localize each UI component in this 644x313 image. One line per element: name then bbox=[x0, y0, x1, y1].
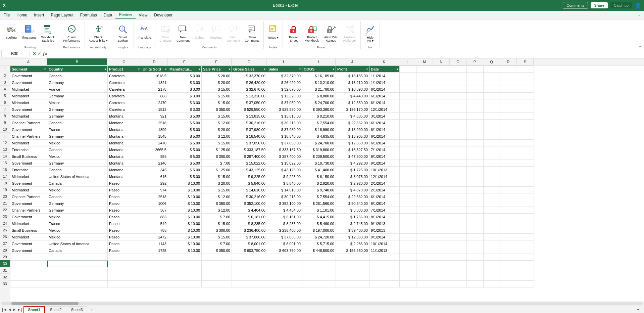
cells-area[interactable]: Segment ▼ Country ▼ Product ▼ Units Sold… bbox=[10, 65, 644, 301]
row-header-29[interactable]: 29 bbox=[0, 254, 10, 260]
row-header-26[interactable]: 26 bbox=[0, 233, 10, 240]
row-header-14[interactable]: 14 bbox=[0, 153, 10, 160]
sheet-nav-first-icon[interactable]: |◄ bbox=[2, 307, 7, 312]
horizontal-scrollbar-track[interactable] bbox=[1, 302, 643, 305]
header-date[interactable]: Date ▼ bbox=[369, 66, 400, 73]
row-header-23[interactable]: 23 bbox=[0, 213, 10, 220]
row-header-1[interactable]: 1 bbox=[0, 65, 10, 72]
spelling-button[interactable]: abc Spelling bbox=[3, 21, 19, 45]
comments-button[interactable]: Comments bbox=[563, 2, 588, 9]
col-header-j[interactable]: J bbox=[336, 58, 369, 65]
col-header-h[interactable]: H bbox=[267, 58, 302, 65]
table-row-empty[interactable] bbox=[10, 274, 534, 281]
table-row[interactable]: MidmarketMexicoCarretera 2470$ 3.00$ 15.… bbox=[10, 99, 534, 106]
cell-j2[interactable]: $ 16,185.00 bbox=[336, 73, 369, 79]
table-row-empty[interactable] bbox=[10, 267, 534, 274]
sheet-nav-prev-icon[interactable]: ◄ bbox=[8, 307, 12, 312]
notes-button[interactable]: Notes ▾ bbox=[266, 21, 281, 45]
cell-d2[interactable]: 1618.5 bbox=[141, 73, 168, 79]
header-cogs[interactable]: COGS ▼ bbox=[302, 66, 336, 73]
sheet-tab-sheet1[interactable]: Sheet1 bbox=[23, 306, 45, 313]
cell-d3[interactable]: 1321 bbox=[141, 79, 168, 86]
allow-edit-ranges-button[interactable]: Allow EditRanges bbox=[321, 21, 340, 45]
col-header-c[interactable]: C bbox=[107, 58, 141, 65]
ribbon-collapse-icon[interactable]: ⌄ bbox=[637, 43, 643, 49]
menu-view[interactable]: View bbox=[136, 11, 151, 19]
col-header-r[interactable]: R bbox=[500, 58, 517, 65]
cell-h2[interactable]: $ 32,370.00 bbox=[267, 73, 302, 79]
row-header-5[interactable]: 5 bbox=[0, 92, 10, 99]
row-header-6[interactable]: 6 bbox=[0, 99, 10, 106]
cell-a2[interactable]: Government bbox=[10, 73, 47, 79]
row-header-13[interactable]: 13 bbox=[0, 146, 10, 153]
cell-g3[interactable]: $ 26,420.00 bbox=[232, 79, 267, 86]
table-row[interactable]: GovernmentUnited States of AmericaPaseo … bbox=[10, 240, 534, 247]
row-header-8[interactable]: 8 bbox=[0, 113, 10, 119]
table-row[interactable]: EnterpriseCanadaMontana 345$ 5.00$ 125.0… bbox=[10, 167, 534, 173]
cell-l2[interactable] bbox=[400, 73, 416, 79]
menu-data[interactable]: Data bbox=[100, 11, 115, 19]
row-header-22[interactable]: 22 bbox=[0, 207, 10, 213]
table-row[interactable]: Channel PartnersGermanyMontana 1545$ 5.0… bbox=[10, 133, 534, 140]
row-header-12[interactable]: 12 bbox=[0, 139, 10, 146]
col-header-m[interactable]: M bbox=[416, 58, 433, 65]
table-row[interactable]: GovernmentCanadaPaseo 292$ 10.00$ 20.00 … bbox=[10, 180, 534, 187]
row-header-17[interactable]: 17 bbox=[0, 173, 10, 180]
workbook-statistics-button[interactable]: Σ WorkbookStatistics bbox=[39, 21, 57, 45]
table-row[interactable]: MidmarketGermanyMontana 921$ 5.00$ 15.00… bbox=[10, 113, 534, 120]
catch-up-button[interactable]: Catch up bbox=[610, 2, 632, 8]
row-header-31[interactable]: 31 bbox=[0, 267, 10, 274]
col-header-l[interactable]: L bbox=[399, 58, 416, 65]
row-header-4[interactable]: 4 bbox=[0, 86, 10, 92]
new-comment-button[interactable]: + NewComment bbox=[174, 21, 192, 45]
show-comments-button[interactable]: ShowComments bbox=[243, 21, 261, 45]
sheet-nav-left[interactable]: |◄ ◄ ► ►| bbox=[1, 307, 23, 312]
table-row[interactable]: MidmarketUnited States of AmericaMontana… bbox=[10, 173, 534, 180]
insert-function-icon[interactable]: ƒx bbox=[43, 51, 47, 56]
header-manufacture[interactable]: Manufactur... ▼ bbox=[168, 66, 202, 73]
table-row[interactable]: Channel PartnersCanadaPaseo 2518$ 10.00$… bbox=[10, 193, 534, 200]
row-header-24[interactable]: 24 bbox=[0, 220, 10, 227]
table-row[interactable]: Government Germany Carretera 1321 $ 3.00… bbox=[10, 79, 534, 86]
sheet-nav-next-icon[interactable]: ► bbox=[12, 307, 16, 312]
row-header-11[interactable]: 11 bbox=[0, 133, 10, 139]
header-gross-sales[interactable]: Gross Sales ▼ bbox=[232, 66, 267, 73]
table-row-selected[interactable] bbox=[10, 261, 534, 267]
col-header-b[interactable]: B bbox=[47, 58, 107, 65]
hide-ink-button[interactable]: HideInk ▾ bbox=[363, 21, 378, 45]
row-header-16[interactable]: 16 bbox=[0, 166, 10, 173]
menu-developer[interactable]: Developer bbox=[151, 11, 176, 19]
cell-c2[interactable]: Carretera bbox=[108, 73, 141, 79]
row-header-28[interactable]: 28 bbox=[0, 247, 10, 254]
protect-workbook-button[interactable]: ProtectWorkbook bbox=[303, 21, 320, 45]
header-units-sold[interactable]: Units Sold ▼ bbox=[141, 66, 168, 73]
table-row[interactable]: GovernmentGermanyMontana 2146$ 5.00$ 7.0… bbox=[10, 160, 534, 167]
user-icon[interactable]: 👤 bbox=[635, 2, 641, 9]
table-row[interactable]: MidmarketMexicoPaseo 2472$ 10.00$ 15.00 … bbox=[10, 234, 534, 240]
menu-insert[interactable]: Insert bbox=[31, 11, 47, 19]
cell-i2[interactable]: $ 16,185.00 bbox=[302, 73, 336, 79]
row-header-3[interactable]: 3 bbox=[0, 79, 10, 86]
sheet-nav-last-icon[interactable]: ►| bbox=[17, 307, 22, 312]
col-header-q[interactable]: Q bbox=[483, 58, 500, 65]
sheet-tab-sheet2[interactable]: Sheet2 bbox=[46, 306, 66, 313]
row-header-25[interactable]: 25 bbox=[0, 227, 10, 233]
cell-e2[interactable]: $ 3.00 bbox=[168, 73, 202, 79]
cell-k2[interactable]: 1/1/2014 bbox=[369, 73, 400, 79]
col-header-s[interactable]: S bbox=[517, 58, 534, 65]
check-accessibility-button[interactable]: CheckAccessibility ▾ bbox=[87, 21, 110, 45]
cell-a3[interactable]: Government bbox=[10, 79, 47, 86]
check-performance-button[interactable]: CheckPerformance bbox=[61, 21, 83, 45]
row-header-32[interactable]: 32 bbox=[0, 274, 10, 280]
thesaurus-button[interactable]: 123 Thesaurus bbox=[19, 21, 39, 45]
row-header-18[interactable]: 18 bbox=[0, 180, 10, 186]
header-sale-price[interactable]: Sale Price ▼ bbox=[202, 66, 232, 73]
row-header-15[interactable]: 15 bbox=[0, 160, 10, 166]
row-header-20[interactable]: 20 bbox=[0, 193, 10, 200]
cell-k3[interactable]: 1/1/2014 bbox=[369, 79, 400, 86]
show-changes-button[interactable]: ShowChanges bbox=[157, 21, 174, 45]
cancel-formula-icon[interactable]: ✕ bbox=[33, 51, 36, 56]
cell-b2[interactable]: Canada bbox=[47, 73, 108, 79]
header-segment[interactable]: Segment ▼ bbox=[10, 66, 47, 73]
row-header-2[interactable]: 2 bbox=[0, 72, 10, 79]
